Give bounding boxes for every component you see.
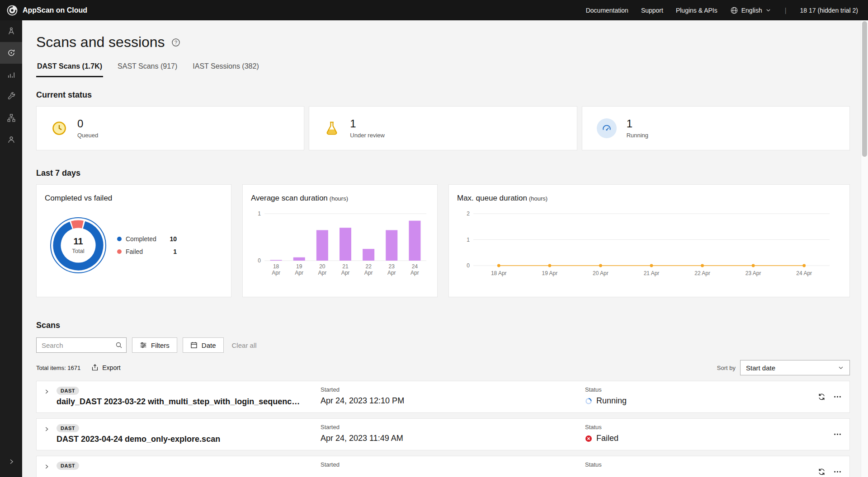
sidebar-item-reports[interactable]	[0, 64, 22, 85]
started-cell: Started Apr 24, 2023 12:10 PM	[321, 381, 585, 412]
svg-text:24 Apr: 24 Apr	[796, 270, 812, 276]
scan-type-badge: DAST	[57, 462, 79, 470]
scan-name[interactable]: daily_DAST 2023-03-22 with_multi_step_wi…	[57, 397, 310, 407]
table-row[interactable]: DAST Started Status	[36, 456, 850, 477]
under-review-label: Under review	[350, 132, 385, 139]
sidebar-item-tools[interactable]	[0, 85, 22, 107]
user-icon	[7, 135, 16, 144]
queued-label: Queued	[77, 132, 98, 139]
started-value: Apr 24, 2023 11:49 AM	[321, 434, 585, 443]
flask-icon	[324, 120, 340, 136]
main-content: Scans and sessions ? DAST Scans (1.7K) S…	[22, 20, 861, 477]
row-overflow-menu-button[interactable]	[834, 430, 841, 438]
started-cell: Started	[321, 456, 585, 477]
app-brand: AppScan on Cloud	[6, 5, 87, 16]
globe-icon	[730, 6, 738, 14]
failed-dot	[117, 249, 122, 254]
avg-duration-chart: 0118Apr19Apr20Apr21Apr22Apr23Apr24Apr	[251, 208, 430, 281]
donut-legend: Completed 10 Failed 1	[117, 235, 177, 255]
row-overflow-menu-button[interactable]	[834, 393, 841, 401]
sidebar-item-scans[interactable]	[0, 42, 22, 64]
sort-by-label: Sort by	[717, 365, 736, 371]
chevron-right-icon	[8, 458, 15, 465]
svg-text:22 Apr: 22 Apr	[694, 270, 710, 276]
sidebar-item-organization[interactable]	[0, 107, 22, 129]
nav-documentation[interactable]: Documentation	[586, 7, 628, 14]
svg-text:21 Apr: 21 Apr	[644, 270, 660, 276]
svg-text:18 Apr: 18 Apr	[491, 270, 507, 276]
scan-name-cell: DAST	[57, 456, 321, 477]
topbar: AppScan on Cloud Documentation Support P…	[0, 0, 868, 20]
scan-type-tabs: DAST Scans (1.7K) SAST Scans (917) IAST …	[36, 62, 850, 77]
svg-text:0: 0	[258, 257, 261, 264]
tab-iast-sessions[interactable]: IAST Sessions (382)	[192, 62, 259, 77]
sidebar-expand-button[interactable]	[0, 451, 22, 472]
svg-text:0: 0	[467, 262, 470, 269]
svg-text:Apr: Apr	[410, 270, 419, 276]
search-icon	[115, 341, 123, 351]
filters-button[interactable]: Filters	[132, 337, 177, 353]
completed-failed-donut-wrap: 11 Total	[42, 209, 114, 281]
sidebar-item-profile[interactable]	[0, 129, 22, 150]
account-label[interactable]: 18 17 (hidden trial 2)	[800, 7, 858, 14]
search-box	[36, 337, 127, 353]
tab-sast-scans[interactable]: SAST Scans (917)	[117, 62, 178, 77]
row-expand-chevron[interactable]	[37, 419, 57, 450]
export-button[interactable]: Export	[91, 364, 120, 371]
scan-name[interactable]: DAST 2023-04-24 demo_only-explore.scan	[57, 435, 310, 444]
svg-text:18: 18	[273, 263, 279, 270]
help-icon[interactable]: ?	[171, 38, 180, 47]
row-expand-chevron[interactable]	[37, 381, 57, 412]
scrollbar-thumb[interactable]	[862, 21, 867, 157]
max-queue-duration-card: Max. queue duration(hours) 01218 Apr19 A…	[448, 184, 850, 297]
status-cell: Status	[585, 456, 806, 477]
nav-plugins-apis[interactable]: Plugins & APIs	[676, 7, 717, 14]
svg-text:Apr: Apr	[387, 270, 396, 276]
started-value: Apr 24, 2023 12:10 PM	[321, 396, 585, 406]
vertical-scrollbar[interactable]	[861, 20, 868, 477]
svg-text:Apr: Apr	[318, 270, 327, 276]
queue-duration-chart: 01218 Apr19 Apr20 Apr21 Apr22 Apr23 Apr2…	[457, 208, 840, 283]
svg-text:19: 19	[296, 263, 302, 270]
svg-text:19 Apr: 19 Apr	[542, 270, 558, 276]
applications-icon	[7, 27, 16, 36]
filter-icon	[140, 341, 147, 349]
nav-support[interactable]: Support	[641, 7, 663, 14]
line-chart-title: Max. queue duration(hours)	[457, 194, 841, 203]
status-badge: Failed	[596, 434, 618, 443]
scans-toolbar: Filters Date Clear all	[36, 337, 850, 353]
sitemap-icon	[7, 113, 16, 122]
tab-dast-scans[interactable]: DAST Scans (1.7K)	[36, 62, 103, 77]
topbar-divider: |	[784, 6, 788, 14]
clear-all-link[interactable]: Clear all	[232, 341, 257, 349]
scan-name-cell: DAST daily_DAST 2023-03-22 with_multi_st…	[57, 381, 321, 412]
sidebar-item-applications[interactable]	[0, 20, 22, 42]
row-actions	[806, 381, 849, 412]
svg-text:2: 2	[467, 210, 470, 217]
avg-scan-duration-card: Average scan duration(hours) 0118Apr19Ap…	[242, 184, 438, 297]
rescan-button[interactable]	[818, 393, 826, 401]
language-selector[interactable]: English	[730, 6, 771, 14]
table-row[interactable]: DAST DAST 2023-04-24 demo_only-explore.s…	[36, 418, 850, 450]
rescan-button[interactable]	[818, 468, 826, 476]
sort-select[interactable]: Start date	[740, 360, 850, 375]
started-cell: Started Apr 24, 2023 11:49 AM	[321, 419, 585, 450]
svg-text:Apr: Apr	[341, 270, 350, 276]
chevron-down-icon	[838, 365, 844, 371]
table-row[interactable]: DAST daily_DAST 2023-03-22 with_multi_st…	[36, 381, 850, 413]
row-actions	[806, 419, 849, 450]
chevron-down-icon	[765, 7, 771, 13]
sidebar	[0, 20, 22, 477]
svg-text:20 Apr: 20 Apr	[593, 270, 609, 276]
svg-text:Apr: Apr	[272, 270, 280, 276]
search-input[interactable]	[36, 337, 127, 353]
row-overflow-menu-button[interactable]	[834, 468, 841, 476]
bar-chart-icon	[7, 70, 16, 79]
scan-rows: DAST daily_DAST 2023-03-22 with_multi_st…	[36, 381, 850, 477]
appscan-logo-icon	[6, 5, 18, 16]
date-button[interactable]: Date	[183, 337, 224, 353]
queued-count: 0	[77, 118, 98, 130]
row-expand-chevron[interactable]	[37, 456, 57, 477]
svg-text:Apr: Apr	[295, 270, 303, 276]
svg-text:22: 22	[365, 263, 372, 270]
